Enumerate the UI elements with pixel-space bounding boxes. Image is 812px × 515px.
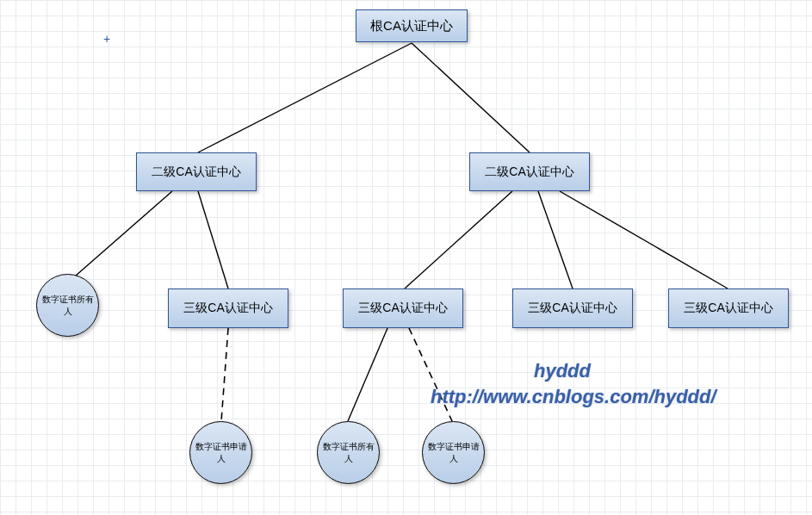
node-level3-ca-2: 三级CA认证中心 bbox=[343, 289, 463, 328]
node-level2-ca-left: 二级CA认证中心 bbox=[136, 152, 257, 191]
node-level3-ca-1: 三级CA认证中心 bbox=[168, 289, 288, 328]
svg-line-1 bbox=[412, 43, 530, 152]
svg-line-6 bbox=[560, 191, 728, 289]
svg-line-5 bbox=[538, 191, 573, 289]
svg-line-2 bbox=[69, 191, 172, 282]
svg-line-7 bbox=[221, 328, 228, 421]
node-level2-ca-right: 二级CA认证中心 bbox=[469, 152, 590, 191]
node-label: 数字证书所有人 bbox=[321, 441, 375, 465]
node-label: 二级CA认证中心 bbox=[152, 164, 240, 180]
node-label: 三级CA认证中心 bbox=[183, 301, 272, 316]
node-cert-applicant-1: 数字证书申请人 bbox=[189, 421, 252, 484]
node-cert-applicant-2: 数字证书申请人 bbox=[422, 421, 485, 484]
edge-layer bbox=[0, 0, 812, 515]
node-cert-holder-2: 数字证书所有人 bbox=[317, 421, 380, 484]
svg-line-3 bbox=[198, 191, 228, 289]
node-cert-holder-1: 数字证书所有人 bbox=[36, 274, 99, 337]
node-label: 三级CA认证中心 bbox=[358, 301, 447, 316]
svg-line-8 bbox=[348, 328, 387, 421]
insertion-cursor-glyph: + bbox=[103, 32, 110, 46]
watermark-text: hyddd bbox=[534, 360, 591, 382]
svg-line-4 bbox=[405, 191, 512, 289]
node-level3-ca-3: 三级CA认证中心 bbox=[512, 289, 633, 328]
node-label: 数字证书申请人 bbox=[194, 441, 248, 465]
node-label: 二级CA认证中心 bbox=[485, 164, 573, 180]
node-root-ca: 根CA认证中心 bbox=[356, 9, 468, 42]
watermark-text: http://www.cnblogs.com/hyddd/ bbox=[431, 386, 716, 407]
node-label: 根CA认证中心 bbox=[370, 18, 453, 34]
svg-line-0 bbox=[198, 43, 412, 152]
node-level3-ca-4: 三级CA认证中心 bbox=[668, 289, 789, 328]
watermark-line1: hyddd bbox=[534, 360, 591, 382]
node-label: 三级CA认证中心 bbox=[528, 301, 617, 316]
node-label: 三级CA认证中心 bbox=[684, 301, 772, 316]
watermark-line2: http://www.cnblogs.com/hyddd/ bbox=[431, 386, 716, 408]
node-label: 数字证书申请人 bbox=[426, 441, 480, 465]
node-label: 数字证书所有人 bbox=[40, 294, 95, 318]
